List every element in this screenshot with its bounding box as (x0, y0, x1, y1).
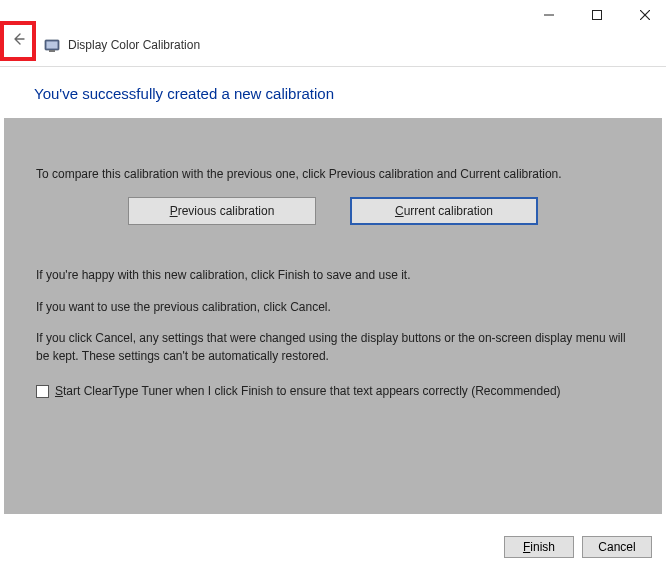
header-bar: Display Color Calibration (0, 30, 666, 60)
prev-accel: P (170, 204, 178, 218)
maximize-button[interactable] (582, 0, 612, 30)
finish-rest: inish (530, 540, 555, 554)
current-calibration-button[interactable]: Current calibration (350, 197, 538, 225)
cleartype-accel: S (55, 384, 63, 398)
cleartype-checkbox[interactable] (36, 385, 49, 398)
use-previous-text: If you want to use the previous calibrat… (36, 299, 630, 316)
back-arrow-icon[interactable] (10, 31, 26, 51)
cleartype-row: Start ClearType Tuner when I click Finis… (36, 383, 630, 400)
content-area: To compare this calibration with the pre… (4, 118, 662, 514)
app-icon (44, 37, 60, 53)
curr-label-rest: urrent calibration (404, 204, 493, 218)
cleartype-label[interactable]: Start ClearType Tuner when I click Finis… (55, 383, 561, 400)
footer-buttons: Finish Cancel (504, 536, 652, 558)
window-titlebar (0, 0, 666, 30)
app-title: Display Color Calibration (68, 38, 200, 52)
intro-text: To compare this calibration with the pre… (36, 166, 630, 183)
calibration-buttons-row: Previous calibration Current calibration (36, 197, 630, 225)
svg-rect-5 (47, 42, 58, 49)
page-heading: You've successfully created a new calibr… (0, 67, 666, 118)
back-button-highlight (0, 21, 36, 61)
svg-rect-1 (593, 11, 602, 20)
cancel-note-text: If you click Cancel, any settings that w… (36, 330, 630, 365)
prev-label-rest: revious calibration (178, 204, 275, 218)
cleartype-rest: tart ClearType Tuner when I click Finish… (63, 384, 561, 398)
cancel-label: Cancel (598, 540, 635, 554)
minimize-button[interactable] (534, 0, 564, 30)
previous-calibration-button[interactable]: Previous calibration (128, 197, 316, 225)
close-button[interactable] (630, 0, 660, 30)
finish-button[interactable]: Finish (504, 536, 574, 558)
happy-text: If you're happy with this new calibratio… (36, 267, 630, 284)
cancel-button[interactable]: Cancel (582, 536, 652, 558)
svg-rect-6 (49, 50, 55, 52)
curr-accel: C (395, 204, 404, 218)
